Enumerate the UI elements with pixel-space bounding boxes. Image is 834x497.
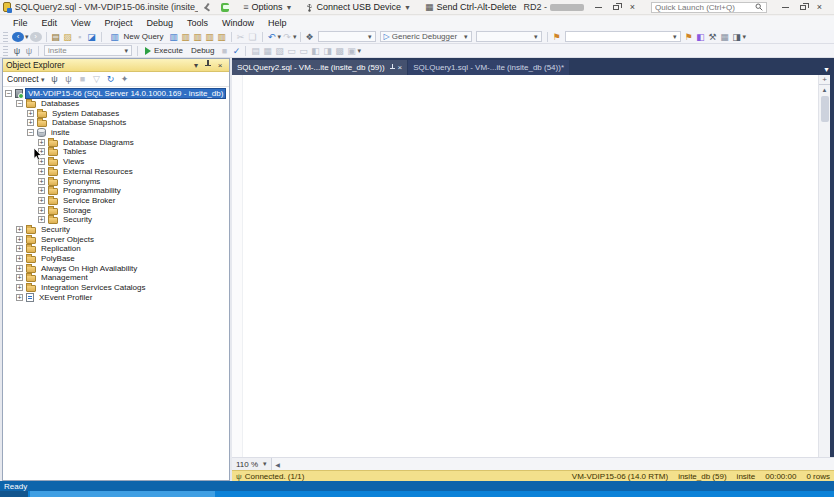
deployment-target-combo[interactable]: ▾: [318, 31, 376, 42]
tree-item-management[interactable]: + Management: [3, 273, 229, 283]
navigate-forward-icon[interactable]: ›: [30, 32, 42, 42]
tree-expander[interactable]: +: [38, 168, 45, 175]
filter-icon[interactable]: ▽: [91, 73, 103, 85]
tree-item-programmability[interactable]: + Programmability: [3, 186, 229, 196]
platform-combo[interactable]: ▾: [476, 31, 542, 42]
package-icon[interactable]: ▦: [719, 31, 731, 43]
debugger-combo[interactable]: ▷ Generic Debugger ▾: [380, 31, 472, 42]
connect-plug-icon[interactable]: ψ: [49, 73, 61, 85]
rdp-minimize-button[interactable]: [590, 1, 607, 13]
tree-item-database-diagrams[interactable]: + Database Diagrams: [3, 137, 229, 147]
find-icon[interactable]: ⚑: [683, 31, 695, 43]
tree-item-databases[interactable]: − Databases: [3, 99, 229, 109]
menu-item[interactable]: Edit: [35, 17, 65, 29]
stop-icon[interactable]: ■: [218, 45, 230, 57]
tree-expander[interactable]: +: [38, 139, 45, 146]
tree-item-server-objects[interactable]: + Server Objects: [3, 234, 229, 244]
tree-item-integration-services-catalogs[interactable]: + Integration Services Catalogs: [3, 283, 229, 293]
tree-expander[interactable]: +: [38, 197, 45, 204]
undo-icon[interactable]: ↶: [266, 31, 278, 43]
refresh-icon[interactable]: ↻: [105, 73, 117, 85]
uncomment-icon[interactable]: ▭: [297, 45, 309, 57]
ssms-close-button[interactable]: ×: [811, 1, 828, 13]
redo-icon[interactable]: ↷: [281, 31, 293, 43]
scroll-left-icon[interactable]: ◀: [272, 461, 284, 468]
copy-icon[interactable]: ❏: [247, 31, 259, 43]
tree-item-service-broker[interactable]: + Service Broker: [3, 196, 229, 206]
tree-item-security[interactable]: + Security: [3, 225, 229, 235]
add-item-icon[interactable]: ▤: [50, 31, 62, 43]
tree-item-database-snapshots[interactable]: + Database Snapshots: [3, 118, 229, 128]
tree-expander[interactable]: +: [38, 187, 45, 194]
tree-expander[interactable]: −: [16, 100, 23, 107]
chevron-down-icon[interactable]: ▾: [25, 33, 29, 41]
tree-expander[interactable]: +: [16, 226, 23, 233]
pin-tab-icon[interactable]: [390, 64, 395, 71]
cut-icon[interactable]: ✂: [235, 31, 247, 43]
tree-item-xevent-profiler[interactable]: + XEvent Profiler: [3, 292, 229, 302]
tree-expander[interactable]: −: [5, 90, 12, 97]
menu-item[interactable]: File: [6, 17, 35, 29]
split-editor-handle[interactable]: +: [819, 75, 830, 85]
disconnect-icon[interactable]: ψ: [23, 45, 35, 57]
window-list-icon[interactable]: ◨: [731, 31, 743, 43]
toolbar-overflow-icon[interactable]: ▾: [357, 47, 361, 55]
query-editor[interactable]: + ▲: [232, 75, 834, 457]
tree-expander[interactable]: +: [16, 274, 23, 281]
outdent-icon[interactable]: ◨: [321, 45, 333, 57]
close-icon[interactable]: ×: [214, 61, 226, 70]
scrollbar-thumb[interactable]: [821, 96, 829, 122]
remote-taskbar-edge[interactable]: [0, 491, 834, 497]
tree-item-security[interactable]: + Security: [3, 215, 229, 225]
results-file-icon[interactable]: ▧: [273, 45, 285, 57]
menu-item[interactable]: Window: [215, 17, 261, 29]
window-layout-icon[interactable]: ❖: [304, 31, 316, 43]
tree-item-external-resources[interactable]: + External Resources: [3, 167, 229, 177]
tree-expander[interactable]: +: [16, 294, 23, 301]
disconnect-plug-icon[interactable]: ψ: [63, 73, 75, 85]
rdp-close-button[interactable]: ×: [624, 1, 641, 13]
tree-item-storage[interactable]: + Storage: [3, 205, 229, 215]
wrench-icon[interactable]: ⚒: [707, 31, 719, 43]
parse-icon[interactable]: ✓: [230, 45, 242, 57]
tree-expander[interactable]: +: [16, 284, 23, 291]
tree-item-insite[interactable]: − insite: [3, 128, 229, 138]
document-tab-sqlquery1-sql-vm-ite-insite-db-54[interactable]: SQLQuery1.sql - VM-...ite (insite_db (54…: [408, 60, 569, 75]
save-all-icon[interactable]: ◪: [86, 31, 98, 43]
menu-item[interactable]: Debug: [139, 17, 180, 29]
ssms-minimize-button[interactable]: [777, 1, 794, 13]
new-query-button[interactable]: ▥ New Query: [105, 30, 168, 43]
results-text-icon[interactable]: ▤: [249, 45, 261, 57]
vertical-scrollbar[interactable]: + ▲: [818, 75, 830, 457]
tree-expander[interactable]: −: [27, 129, 34, 136]
xevent-arrow-icon[interactable]: ✦: [119, 73, 131, 85]
save-icon[interactable]: ▪: [74, 31, 86, 43]
open-file-icon[interactable]: ▨: [62, 31, 74, 43]
tree-item-synonyms[interactable]: + Synonyms: [3, 176, 229, 186]
tree-item-always-on-high-availability[interactable]: + Always On High Availability: [3, 263, 229, 273]
find-in-files-icon[interactable]: ⚑: [551, 31, 563, 43]
quick-launch-box[interactable]: [651, 2, 767, 13]
find-combo[interactable]: ▾: [565, 31, 681, 42]
zoom-level-combo[interactable]: 110 % ▾: [232, 458, 272, 471]
tree-expander[interactable]: +: [16, 245, 23, 252]
tree-expander[interactable]: +: [38, 207, 45, 214]
query-options-icon[interactable]: ▣: [345, 45, 357, 57]
tree-expander[interactable]: +: [16, 255, 23, 262]
taskbar-active-app-segment[interactable]: [30, 491, 215, 497]
taskbar-start-segment[interactable]: [0, 491, 28, 497]
stop-icon[interactable]: ■: [77, 73, 89, 85]
menu-item[interactable]: Help: [261, 17, 294, 29]
scroll-up-icon[interactable]: ▲: [819, 85, 830, 95]
connect-usb-button[interactable]: Connect USB Device ▼: [306, 2, 410, 12]
ssms-restore-button[interactable]: [794, 1, 811, 13]
available-databases-combo[interactable]: insite ▾: [44, 45, 132, 56]
auto-hide-pin-icon[interactable]: [202, 60, 214, 70]
tree-item-tables[interactable]: + Tables: [3, 147, 229, 157]
tree-expander[interactable]: +: [16, 265, 23, 272]
tree-item-replication[interactable]: + Replication: [3, 244, 229, 254]
analysis-query-icon[interactable]: ▥: [180, 31, 192, 43]
debug-button[interactable]: Debug: [187, 44, 219, 57]
tree-expander[interactable]: +: [16, 236, 23, 243]
toolbar-overflow-icon[interactable]: ▾: [743, 33, 747, 41]
